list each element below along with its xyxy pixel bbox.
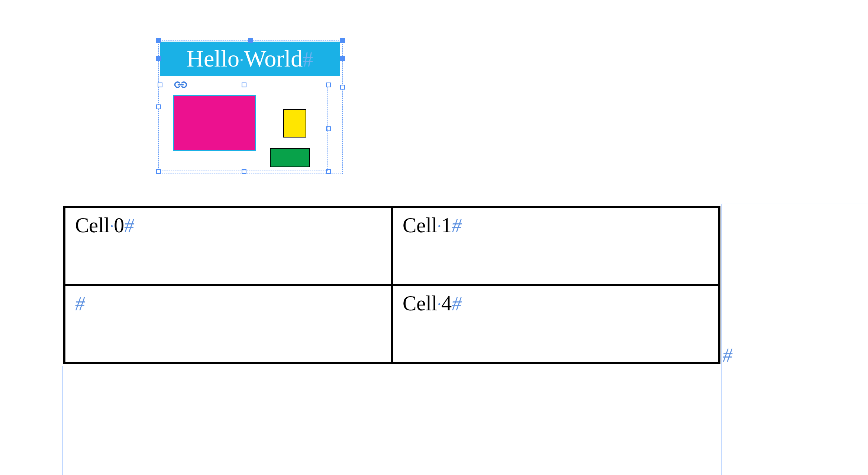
selection-handle[interactable] bbox=[340, 38, 345, 43]
table-cell-0[interactable]: Cell·0# bbox=[64, 207, 392, 285]
paragraph-mark-icon: # bbox=[452, 293, 461, 314]
cell-text-word: Cell bbox=[403, 292, 437, 315]
paragraph-mark-icon: # bbox=[75, 293, 85, 314]
text-frame-left-edge bbox=[62, 366, 63, 475]
paragraph-mark-icon: # bbox=[452, 215, 461, 236]
layout-table[interactable]: Cell·0# Cell·1# # Cell·4# bbox=[63, 206, 720, 364]
selection-bounding-box-graphic bbox=[160, 85, 328, 171]
cell-text-num: 0 bbox=[114, 214, 124, 237]
space-mark-icon: · bbox=[437, 295, 441, 313]
table-row: # Cell·4# bbox=[64, 285, 719, 363]
table-row: Cell·0# Cell·1# bbox=[64, 207, 719, 285]
selection-handle[interactable] bbox=[242, 83, 246, 87]
selection-handle[interactable] bbox=[158, 83, 162, 87]
text-frame-top-edge bbox=[721, 204, 868, 204]
text-frame-right-edge bbox=[721, 204, 722, 475]
selection-handle[interactable] bbox=[248, 38, 253, 43]
table-cell-1[interactable]: Cell·1# bbox=[392, 207, 719, 285]
selection-handle[interactable] bbox=[326, 83, 331, 87]
selection-handle[interactable] bbox=[156, 56, 161, 61]
table-cell-2[interactable]: # bbox=[64, 285, 392, 363]
table-cell-3[interactable]: Cell·4# bbox=[392, 285, 719, 363]
paragraph-mark-icon: # bbox=[124, 215, 134, 236]
space-mark-icon: · bbox=[437, 217, 441, 235]
selection-handle[interactable] bbox=[340, 85, 345, 90]
cell-text-num: 1 bbox=[441, 214, 452, 237]
cell-text-word: Cell bbox=[403, 214, 437, 237]
selection-handle[interactable] bbox=[340, 56, 345, 61]
space-mark-icon: · bbox=[110, 217, 114, 235]
selection-handle[interactable] bbox=[156, 38, 161, 43]
cell-text-word: Cell bbox=[75, 214, 110, 237]
paragraph-mark-icon: # bbox=[723, 344, 732, 366]
selected-group[interactable]: Hello·World# bbox=[158, 40, 343, 174]
cell-text-num: 4 bbox=[441, 292, 452, 315]
